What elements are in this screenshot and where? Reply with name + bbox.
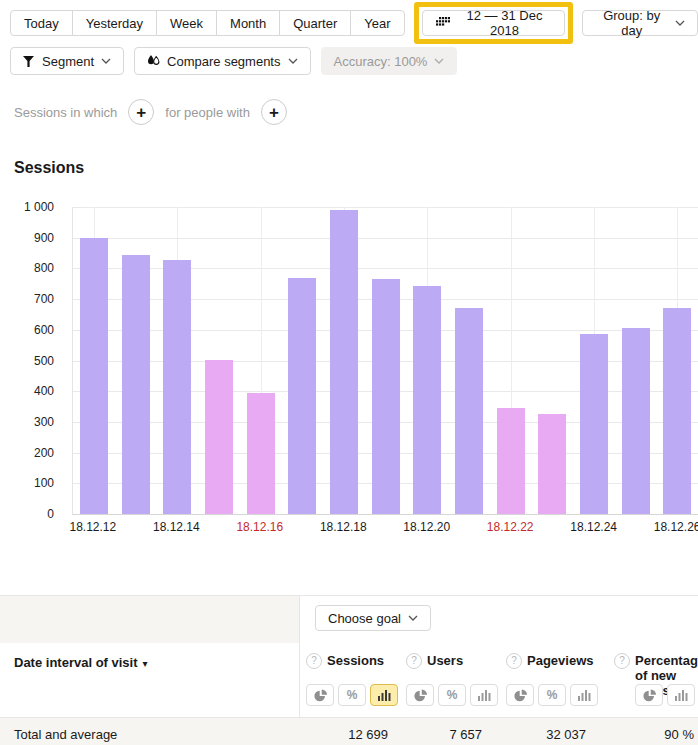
percent-icon: % <box>347 688 358 702</box>
column-header-sessions: ?Sessions <box>306 653 400 669</box>
segment-label: Segment <box>42 54 94 69</box>
help-icon[interactable]: ? <box>306 653 322 669</box>
add-session-condition-button[interactable]: + <box>128 99 154 125</box>
table-header-row: Date interval of visit▾ ?Sessions%?Users… <box>0 643 698 717</box>
y-tick-label: 400 <box>0 384 54 398</box>
sessions-bar-view-button[interactable] <box>370 684 398 706</box>
sessions-in-which-label: Sessions in which <box>14 105 117 120</box>
bar-18.12.14[interactable] <box>163 260 191 514</box>
y-tick-label: 800 <box>0 261 54 275</box>
help-icon[interactable]: ? <box>506 653 522 669</box>
column-header-users: ?Users <box>406 653 500 669</box>
bar-18.12.18[interactable] <box>330 210 358 514</box>
table-top-bar: Choose goal <box>0 596 698 643</box>
total-value-percentage-of-new-users: 90 % <box>608 727 698 742</box>
bar-18.12.12[interactable] <box>80 238 108 514</box>
preset-year-button[interactable]: Year <box>350 10 404 36</box>
x-tick-label: 18.12.22 <box>487 520 534 534</box>
y-tick-label: 1 000 <box>0 200 54 214</box>
x-tick-label: 18.12.24 <box>570 520 617 534</box>
pageviews-pie-view-button[interactable] <box>506 684 534 706</box>
y-tick-label: 0 <box>0 507 54 521</box>
percent-icon: % <box>447 688 458 702</box>
users-bar-view-button[interactable] <box>470 684 498 706</box>
pageviews-bar-view-button[interactable] <box>570 684 598 706</box>
bar-18.12.17[interactable] <box>288 278 316 514</box>
chevron-down-icon <box>101 58 111 64</box>
chevron-down-icon <box>288 58 298 64</box>
choose-goal-dropdown[interactable]: Choose goal <box>315 605 431 631</box>
bar-18.12.25[interactable] <box>622 328 650 514</box>
chevron-down-icon <box>434 58 444 64</box>
bar-18.12.16[interactable] <box>247 393 275 514</box>
x-tick-label: 18.12.12 <box>70 520 117 534</box>
calendar-icon <box>436 17 450 29</box>
date-range-presets: Today Yesterday Week Month Quarter Year <box>10 10 405 36</box>
preset-yesterday-button[interactable]: Yesterday <box>72 10 157 36</box>
pageviews-percent-view-button[interactable]: % <box>538 684 566 706</box>
bar-chart-icon <box>675 689 688 701</box>
h-gridline <box>73 238 698 239</box>
y-tick-label: 900 <box>0 231 54 245</box>
segment-dropdown[interactable]: Segment <box>10 47 124 75</box>
sessions-percent-view-button[interactable]: % <box>338 684 366 706</box>
total-value-pageviews: 32 037 <box>500 727 608 742</box>
total-values: 12 6997 65732 03790 % <box>300 727 698 742</box>
total-value-sessions: 12 699 <box>300 727 400 742</box>
x-tick-label: 18.12.16 <box>236 520 283 534</box>
preset-week-button[interactable]: Week <box>156 10 217 36</box>
preset-quarter-button[interactable]: Quarter <box>279 10 351 36</box>
view-switcher: % <box>406 684 498 706</box>
bar-18.12.26[interactable] <box>663 308 691 514</box>
bar-18.12.19[interactable] <box>372 279 400 514</box>
bar-18.12.13[interactable] <box>122 255 150 514</box>
total-value-users: 7 657 <box>400 727 500 742</box>
bar-18.12.24[interactable] <box>580 334 608 514</box>
users-pie-view-button[interactable] <box>406 684 434 706</box>
dimension-label: Date interval of visit <box>14 655 138 670</box>
column-users: ?Users% <box>400 643 500 717</box>
help-icon[interactable]: ? <box>406 653 422 669</box>
column-pageviews: ?Pageviews% <box>500 643 608 717</box>
y-tick-label: 200 <box>0 446 54 460</box>
bar-18.12.22[interactable] <box>497 408 525 514</box>
column-label: Users <box>427 653 463 668</box>
bar-18.12.21[interactable] <box>455 308 483 514</box>
bar-18.12.15[interactable] <box>205 360 233 514</box>
compare-segments-label: Compare segments <box>167 54 280 69</box>
preset-month-button[interactable]: Month <box>216 10 280 36</box>
pie-chart-icon <box>643 689 656 702</box>
column-label: Sessions <box>327 653 384 668</box>
date-range-highlight: 12 — 31 Dec 2018 <box>414 2 574 44</box>
segment-builder: Sessions in which + for people with + <box>0 98 698 126</box>
bar-chart-icon <box>478 689 491 701</box>
y-tick-label: 300 <box>0 415 54 429</box>
table-corner <box>0 596 300 643</box>
help-icon[interactable]: ? <box>614 653 630 669</box>
sessions-pie-view-button[interactable] <box>306 684 334 706</box>
bar-chart-icon <box>378 689 391 701</box>
group-by-dropdown[interactable]: Group: by day <box>582 10 698 36</box>
percentage-of-new-users-pie-view-button[interactable] <box>635 684 663 706</box>
compare-segments-dropdown[interactable]: Compare segments <box>134 47 310 75</box>
pie-chart-icon <box>514 689 527 702</box>
funnel-icon <box>23 56 35 67</box>
goal-bar: Choose goal <box>300 596 698 643</box>
x-tick-label: 18.12.18 <box>320 520 367 534</box>
add-user-condition-button[interactable]: + <box>261 99 287 125</box>
bar-18.12.23[interactable] <box>538 414 566 514</box>
dimension-header[interactable]: Date interval of visit▾ <box>0 643 300 717</box>
accuracy-dropdown[interactable]: Accuracy: 100% <box>321 47 458 75</box>
users-percent-view-button[interactable]: % <box>438 684 466 706</box>
date-range-button[interactable]: 12 — 31 Dec 2018 <box>422 10 566 36</box>
x-tick-label: 18.12.14 <box>153 520 200 534</box>
x-axis: 18.12.1218.12.1418.12.1618.12.1818.12.20… <box>72 520 698 536</box>
y-tick-label: 100 <box>0 476 54 490</box>
percentage-of-new-users-bar-view-button[interactable] <box>667 684 695 706</box>
bar-18.12.20[interactable] <box>413 286 441 514</box>
column-label: Pageviews <box>527 653 594 668</box>
chart-title: Sessions <box>14 159 698 177</box>
preset-today-button[interactable]: Today <box>10 10 73 36</box>
percent-icon: % <box>547 688 558 702</box>
segment-toolbar: Segment Compare segments Accuracy: 100% <box>0 46 698 76</box>
